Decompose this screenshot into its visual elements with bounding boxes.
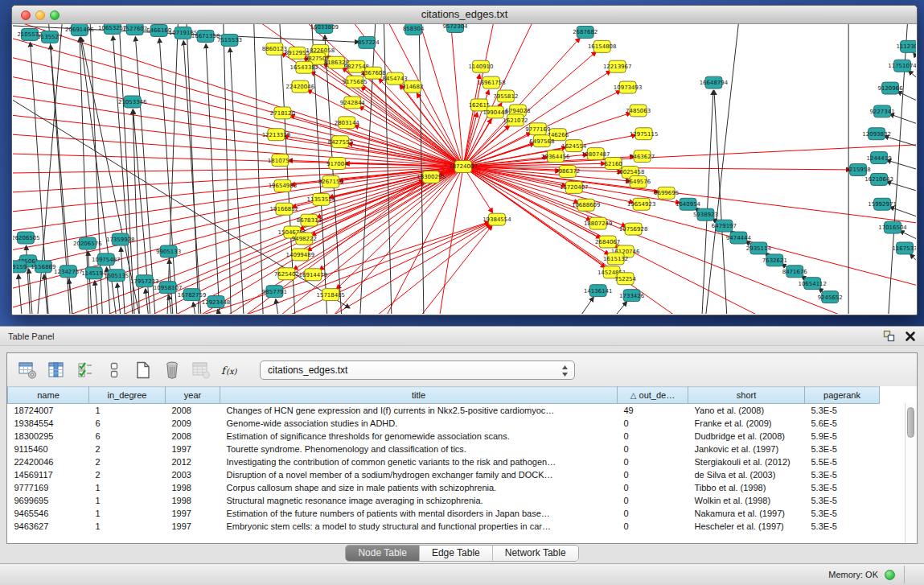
table-row[interactable]: 1830029562008Estimation of significance … [8, 430, 880, 443]
graph-node[interactable]: 62160 [605, 158, 622, 170]
graph-node[interactable]: 12975115 [630, 128, 659, 140]
column-header-title[interactable]: title [220, 387, 618, 404]
table-row[interactable]: 1938455462009Genome-wide association stu… [8, 417, 880, 430]
table-row[interactable]: 977716911998Corpus callosum shape and si… [8, 481, 880, 494]
table-row[interactable]: 1872400712008Changes of HCN gene express… [8, 404, 880, 417]
graph-node[interactable]: 914682 [402, 80, 424, 93]
graph-node[interactable]: 1527602 [122, 24, 147, 35]
table-row[interactable]: 911546021997Tourette syndrome. Phenomeno… [8, 443, 880, 455]
graph-node[interactable]: 12093832 [862, 128, 891, 140]
graph-node[interactable]: 1167533 [892, 242, 916, 254]
graph-node[interactable]: 1810754 [268, 154, 294, 167]
graph-node[interactable]: 10975487 [92, 253, 121, 266]
graph-node[interactable]: 7857224 [355, 36, 380, 48]
table-settings-icon[interactable] [15, 358, 39, 382]
graph-node[interactable]: 917004 [326, 158, 348, 170]
graph-node[interactable]: 15992971 [868, 198, 897, 210]
table-row[interactable]: 969969511998Structural magnetic resonanc… [8, 494, 880, 507]
graph-node[interactable]: 9463627 [630, 150, 655, 163]
column-pair-icon[interactable] [102, 358, 126, 382]
table-row[interactable]: 1456911722003Disruption of a novel membe… [8, 468, 880, 481]
graph-node[interactable]: 2718120 [270, 107, 295, 119]
function-builder-icon[interactable]: f (x) [218, 358, 242, 382]
select-columns-icon[interactable] [73, 358, 97, 382]
graph-node[interactable]: 17016504 [878, 221, 907, 233]
graph-node[interactable]: 7632621 [762, 254, 787, 266]
graph-node[interactable]: 10973493 [614, 81, 643, 93]
graph-node[interactable]: 16210643 [864, 173, 893, 185]
graph-node[interactable]: 2935114 [746, 242, 772, 254]
graph-node[interactable]: 16154808 [588, 40, 617, 52]
graph-node[interactable]: 26206505 [13, 232, 40, 244]
graph-node[interactable]: 10688609 [572, 199, 601, 211]
tab-network-table[interactable]: Network Table [492, 546, 578, 561]
graph-node[interactable]: 1140910 [468, 60, 493, 72]
graph-node[interactable]: 1145194 [81, 267, 107, 279]
show-columns-icon[interactable] [44, 358, 68, 382]
graph-node[interactable]: 858304 [403, 24, 425, 35]
window-titlebar[interactable]: citations_edges.txt [12, 6, 917, 24]
graph-node[interactable]: 12213967 [603, 60, 632, 72]
graph-node[interactable]: 5938923 [693, 208, 718, 220]
graph-node[interactable]: 16033809 [310, 24, 339, 33]
graph-node[interactable]: 39159 [13, 261, 27, 273]
graph-node[interactable]: 22420046 [286, 80, 315, 93]
graph-node[interactable]: 1624554 [561, 140, 587, 152]
graph-node[interactable]: 7485063 [626, 105, 651, 117]
table-row[interactable]: 2242004622012Investigating the contribut… [8, 455, 880, 468]
close-panel-icon[interactable] [905, 331, 916, 342]
tab-node-table[interactable]: Node Table [346, 546, 419, 561]
graph-node[interactable]: 8454743 [383, 72, 408, 84]
graph-node[interactable]: 8860123 [262, 43, 287, 55]
graph-node[interactable]: 9245652 [818, 291, 843, 303]
table-row[interactable]: 946554611997Estimation of the future num… [8, 507, 880, 520]
column-header-in_degree[interactable]: in_degree [89, 387, 166, 404]
graph-node[interactable]: 20691406 [65, 24, 94, 35]
graph-node[interactable]: 14099489 [286, 249, 315, 261]
column-header-short[interactable]: short [688, 387, 805, 404]
table-row[interactable]: 946362711997Embryonic stem cells: a mode… [8, 520, 880, 533]
graph-node[interactable]: 19654983 [269, 179, 298, 192]
graph-node[interactable]: 11751074 [888, 60, 916, 72]
delete-column-icon[interactable] [160, 358, 184, 382]
graph-node[interactable]: 10654112 [798, 278, 827, 290]
graph-node[interactable]: 19654923 [627, 198, 656, 210]
graph-node[interactable]: 14136141 [584, 285, 613, 297]
graph-node[interactable]: 21053346 [118, 96, 147, 108]
graph-node[interactable]: 16914479 [299, 269, 328, 281]
graph-node[interactable]: 7955812 [493, 90, 518, 102]
graph-node[interactable]: 16648794 [700, 76, 729, 89]
graph-node[interactable]: 1244419 [867, 152, 892, 164]
column-header-year[interactable]: year [166, 387, 220, 404]
graph-node[interactable]: 19756928 [619, 223, 648, 235]
graph-node[interactable]: 2803144 [335, 117, 360, 129]
graph-node[interactable]: 20206576 [73, 237, 102, 249]
graph-node[interactable]: 8215958 [846, 164, 871, 176]
graph-node[interactable]: 8678314 [297, 214, 322, 226]
graph-node[interactable]: 9242844 [340, 97, 366, 109]
table-selector-dropdown[interactable]: citations_edges.txt [260, 360, 575, 380]
graph-node[interactable]: 1112304 [896, 40, 916, 52]
graph-node[interactable]: 752254 [614, 273, 636, 285]
graph-node[interactable]: 8471676 [782, 266, 807, 278]
memory-status-indicator[interactable] [885, 570, 895, 580]
graph-node[interactable]: 11353554 [307, 193, 336, 205]
scrollbar-thumb[interactable] [907, 407, 914, 438]
column-header-out_de[interactable]: △out_de… [618, 387, 688, 404]
vertical-scrollbar[interactable] [905, 403, 917, 542]
graph-node[interactable]: 8267150 [318, 175, 343, 187]
graph-node[interactable]: 9474444 [726, 232, 752, 244]
graph-node[interactable]: 1640954 [676, 198, 701, 210]
graph-node[interactable]: 6466160 [146, 24, 171, 36]
new-column-icon[interactable] [131, 358, 155, 382]
graph-node[interactable]: 9227341 [870, 105, 895, 117]
graph-node[interactable]: 2687682 [573, 26, 598, 38]
column-header-pagerank[interactable]: pagerank [805, 387, 880, 404]
column-header-name[interactable]: name [8, 387, 89, 404]
delete-table-icon[interactable] [189, 358, 213, 382]
float-panel-icon[interactable] [883, 330, 895, 342]
network-graph[interactable]: 1872400721055729135527206914061065325715… [13, 24, 916, 314]
tab-edge-table[interactable]: Edge Table [419, 546, 492, 561]
graph-node[interactable]: 9572304 [442, 24, 468, 32]
graph-node[interactable]: 9699695 [654, 187, 679, 199]
